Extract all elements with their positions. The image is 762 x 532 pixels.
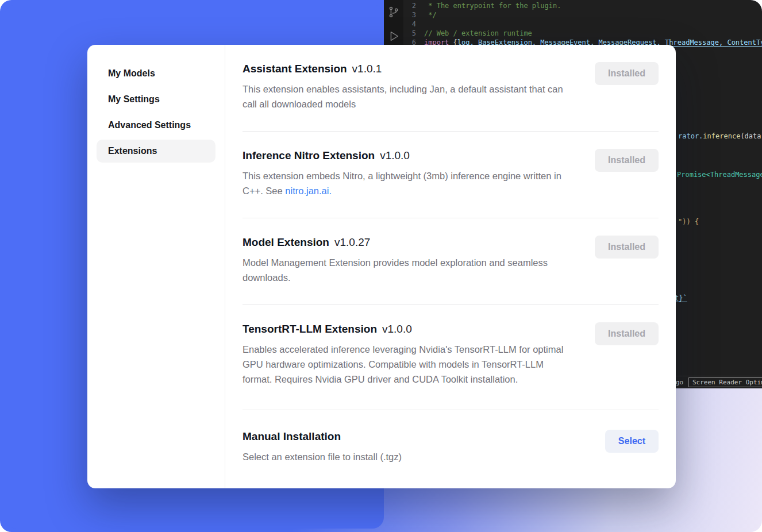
code-fragment: rator.inference(data)); (678, 132, 762, 141)
extensions-list: Assistant Extensionv1.0.1 This extension… (225, 45, 676, 488)
code-line: 3 */ (403, 10, 762, 20)
extension-item: Inference Nitro Extensionv1.0.0 This ext… (243, 132, 659, 218)
code-area: 2 * The entrypoint for the plugin. 3 */ … (403, 1, 762, 47)
code-text: (data)); (740, 132, 762, 140)
extension-title: Model Extension (243, 236, 329, 248)
installed-button[interactable]: Installed (595, 322, 659, 345)
screen-reader-optimized-badge[interactable]: Screen Reader Optimize (688, 377, 762, 387)
extension-info: Inference Nitro Extensionv1.0.0 This ext… (243, 149, 575, 198)
extension-description: This extension enables assistants, inclu… (243, 82, 575, 111)
settings-modal: My Models My Settings Advanced Settings … (87, 45, 676, 488)
extension-description: This extension embeds Nitro, a lightweig… (243, 168, 575, 198)
extension-title-row: Inference Nitro Extensionv1.0.0 (243, 149, 575, 163)
extension-title: Inference Nitro Extension (243, 149, 375, 161)
line-number: 3 (403, 10, 424, 20)
code-text: rator. (678, 132, 703, 140)
code-text: inference (703, 132, 740, 140)
line-number: 4 (403, 20, 424, 29)
manual-installation-description: Select an extension file to install (.tg… (243, 449, 402, 464)
extension-item: Model Extensionv1.0.27 Model Management … (243, 218, 659, 304)
extension-title-row: Assistant Extensionv1.0.1 (243, 62, 575, 76)
sidebar-item-my-settings[interactable]: My Settings (97, 88, 215, 111)
code-line: 4 (403, 20, 762, 29)
settings-sidebar: My Models My Settings Advanced Settings … (87, 45, 225, 488)
screenshot-root: 2 * The entrypoint for the plugin. 3 */ … (0, 0, 762, 532)
extension-title-row: Model Extensionv1.0.27 (243, 236, 575, 249)
extension-description: Model Management Extension provides mode… (243, 255, 575, 285)
source-control-icon[interactable] (387, 6, 400, 18)
extension-info: Assistant Extensionv1.0.1 This extension… (243, 62, 575, 111)
select-button[interactable]: Select (605, 430, 659, 453)
extension-info: Model Extensionv1.0.27 Model Management … (243, 236, 575, 285)
extension-title: Assistant Extension (243, 63, 347, 75)
installed-button[interactable]: Installed (595, 62, 659, 85)
extension-version: v1.0.0 (382, 323, 412, 335)
extension-info: Manual Installation Select an extension … (243, 430, 402, 464)
installed-button[interactable]: Installed (595, 149, 659, 172)
extension-item: TensortRT-LLM Extensionv1.0.0 Enables ac… (243, 305, 659, 410)
installed-button[interactable]: Installed (595, 236, 659, 259)
sidebar-item-extensions[interactable]: Extensions (97, 140, 215, 163)
code-text: // Web / extension runtime (424, 29, 532, 38)
manual-installation-item: Manual Installation Select an extension … (243, 410, 659, 484)
code-fragment: ")) { (678, 217, 699, 226)
extension-title: Manual Installation (243, 430, 341, 442)
extension-title-row: TensortRT-LLM Extensionv1.0.0 (243, 322, 575, 336)
extension-item: Assistant Extensionv1.0.1 This extension… (243, 45, 659, 131)
nitro-jan-ai-link[interactable]: nitro.jan.ai. (285, 186, 332, 196)
line-number: 2 (403, 1, 424, 10)
sidebar-item-advanced-settings[interactable]: Advanced Settings (97, 114, 215, 137)
extension-version: v1.0.0 (380, 149, 410, 161)
code-line: 5 // Web / extension runtime (403, 29, 762, 38)
extension-version: v1.0.1 (352, 63, 382, 75)
code-line: 2 * The entrypoint for the plugin. (403, 1, 762, 10)
run-debug-icon[interactable] (387, 30, 400, 43)
sidebar-item-my-models[interactable]: My Models (97, 62, 215, 85)
extension-description: Enables accelerated inference leveraging… (243, 342, 575, 387)
manual-installation-title: Manual Installation (243, 430, 402, 444)
extension-title: TensortRT-LLM Extension (243, 323, 377, 335)
code-text: */ (424, 10, 437, 20)
line-number: 5 (403, 29, 424, 38)
status-text: go (676, 379, 683, 386)
extension-info: TensortRT-LLM Extensionv1.0.0 Enables ac… (243, 322, 575, 387)
code-fragment: t}` (675, 294, 687, 303)
code-fragment: Promise<ThreadMessage> (677, 170, 762, 179)
code-text: * The entrypoint for the plugin. (424, 1, 561, 10)
extension-version: v1.0.27 (334, 236, 370, 248)
